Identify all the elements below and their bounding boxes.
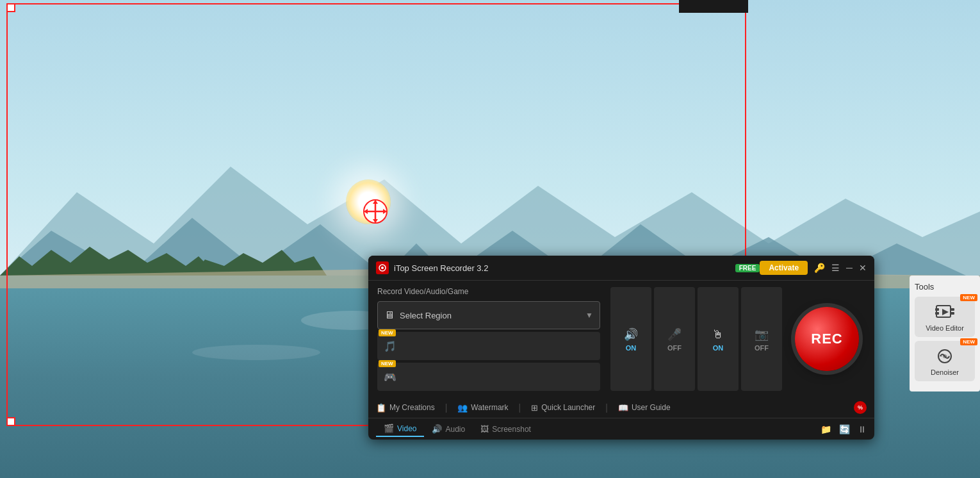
svg-point-4 xyxy=(192,345,320,360)
quick-launcher-nav[interactable]: ⊞ Quick Launcher xyxy=(531,403,595,413)
speaker-icon: 🔊 xyxy=(624,327,638,342)
title-actions: Activate 🔑 ☰ ─ ✕ xyxy=(760,261,867,275)
webcam-label: OFF xyxy=(755,344,769,352)
mic-label: OFF xyxy=(667,344,682,352)
tab-audio[interactable]: 🔊 Audio xyxy=(424,422,473,436)
svg-rect-16 xyxy=(935,312,939,315)
video-editor-tool[interactable]: NEW Video Editor xyxy=(915,297,975,337)
rec-label: REC xyxy=(811,331,842,347)
rec-button[interactable]: REC xyxy=(795,307,859,371)
tools-title: Tools xyxy=(915,282,975,292)
select-region-wrapper: Select Region ▼ xyxy=(400,311,593,320)
audio-controls: 🔊 ON 🎤 OFF 🖱 ON 📷 OFF xyxy=(610,287,782,391)
audio-tab-label: Audio xyxy=(445,425,465,434)
watermark-nav[interactable]: 👥 Watermark xyxy=(457,403,508,413)
creations-icon: 📋 xyxy=(376,403,386,413)
divider-1: | xyxy=(445,402,448,413)
mic-icon: 🎤 xyxy=(667,327,682,342)
divider-2: | xyxy=(519,402,521,413)
folder-icon[interactable]: 📁 xyxy=(821,424,831,434)
svg-rect-18 xyxy=(951,312,954,315)
dropdown-arrow-icon: ▼ xyxy=(585,311,593,320)
svg-point-13 xyxy=(381,267,384,269)
screenshot-tab-label: Screenshot xyxy=(492,425,531,434)
video-editor-label: Video Editor xyxy=(926,324,964,332)
refresh-icon[interactable]: 🔄 xyxy=(839,424,850,434)
pause-icon[interactable]: ⏸ xyxy=(858,424,867,434)
panel-content: Record Video/Audio/Game 🖥 Select Region … xyxy=(368,281,874,397)
close-icon[interactable]: ✕ xyxy=(859,263,867,273)
svg-point-21 xyxy=(943,354,947,358)
mouse-label: ON xyxy=(713,344,724,352)
menu-icon[interactable]: ☰ xyxy=(831,263,840,273)
game-record-option[interactable]: 🎮 NEW xyxy=(377,363,600,391)
svg-rect-15 xyxy=(935,308,939,311)
video-tab-icon: 🎬 xyxy=(384,424,394,433)
speaker-label: ON xyxy=(626,344,637,352)
screen-record-option[interactable]: 🖥 Select Region ▼ xyxy=(377,301,600,329)
divider-3: | xyxy=(605,402,608,413)
minimize-icon[interactable]: ─ xyxy=(846,263,853,273)
denoiser-icon xyxy=(933,346,956,367)
audio-tab-icon: 🔊 xyxy=(432,424,442,434)
mouse-button[interactable]: 🖱 ON xyxy=(698,287,739,391)
activate-button[interactable]: Activate xyxy=(760,261,808,275)
new-badge-audio: NEW xyxy=(379,329,396,336)
denoiser-new-badge: NEW xyxy=(960,338,977,345)
rec-area: REC xyxy=(788,287,865,391)
video-editor-new-badge: NEW xyxy=(960,294,977,301)
tab-screenshot[interactable]: 🖼 Screenshot xyxy=(473,422,539,436)
video-editor-icon xyxy=(933,302,956,322)
tools-panel: Tools NEW Video Editor NEW Denois xyxy=(910,276,980,391)
tab-video[interactable]: 🎬 Video xyxy=(376,421,424,437)
watermark-label: Watermark xyxy=(471,403,508,412)
app-title: iTop Screen Recorder 3.2 xyxy=(394,263,731,273)
my-creations-nav[interactable]: 📋 My Creations xyxy=(376,403,435,413)
denoiser-label: Denoiser xyxy=(931,368,959,376)
record-column: Record Video/Audio/Game 🖥 Select Region … xyxy=(377,287,600,391)
select-region-text: Select Region xyxy=(400,311,585,320)
webcam-icon: 📷 xyxy=(755,327,769,342)
webcam-button[interactable]: 📷 OFF xyxy=(741,287,782,391)
my-creations-label: My Creations xyxy=(389,403,435,412)
title-bar: iTop Screen Recorder 3.2 FREE Activate 🔑… xyxy=(368,256,874,281)
screen-icon: 🖥 xyxy=(384,309,395,321)
free-badge: FREE xyxy=(735,264,760,272)
watermark-icon: 👥 xyxy=(457,403,468,413)
move-cursor-icon xyxy=(363,199,388,224)
mouse-icon: 🖱 xyxy=(712,328,724,342)
quick-launcher-label: Quick Launcher xyxy=(541,403,595,412)
recorder-panel: iTop Screen Recorder 3.2 FREE Activate 🔑… xyxy=(368,256,874,440)
app-logo xyxy=(376,261,389,274)
screenshot-tab-icon: 🖼 xyxy=(480,424,489,434)
user-guide-nav[interactable]: 📖 User Guide xyxy=(618,403,671,413)
video-tab-label: Video xyxy=(397,424,416,433)
music-icon: 🎵 xyxy=(384,340,396,352)
svg-marker-19 xyxy=(942,309,949,315)
key-icon[interactable]: 🔑 xyxy=(814,263,825,273)
mic-button[interactable]: 🎤 OFF xyxy=(654,287,695,391)
speaker-button[interactable]: 🔊 ON xyxy=(610,287,651,391)
denoiser-tool[interactable]: NEW Denoiser xyxy=(915,341,975,381)
bottom-actions: 📁 🔄 ⏸ xyxy=(821,424,867,434)
game-icon: 🎮 xyxy=(384,371,396,383)
corner-box xyxy=(679,0,748,13)
guide-icon: 📖 xyxy=(618,403,628,413)
svg-rect-17 xyxy=(951,308,954,311)
launcher-icon: ⊞ xyxy=(531,403,538,413)
new-badge-game: NEW xyxy=(379,360,396,367)
discount-badge: % xyxy=(854,401,867,414)
user-guide-label: User Guide xyxy=(632,403,671,412)
audio-record-option[interactable]: 🎵 NEW xyxy=(377,332,600,360)
bottom-tabs: 🎬 Video 🔊 Audio 🖼 Screenshot 📁 🔄 ⏸ xyxy=(368,418,874,440)
record-options: 🖥 Select Region ▼ 🎵 NEW 🎮 NEW xyxy=(377,301,600,391)
record-label: Record Video/Audio/Game xyxy=(377,287,600,296)
bottom-nav: 📋 My Creations | 👥 Watermark | ⊞ Quick L… xyxy=(368,397,874,418)
